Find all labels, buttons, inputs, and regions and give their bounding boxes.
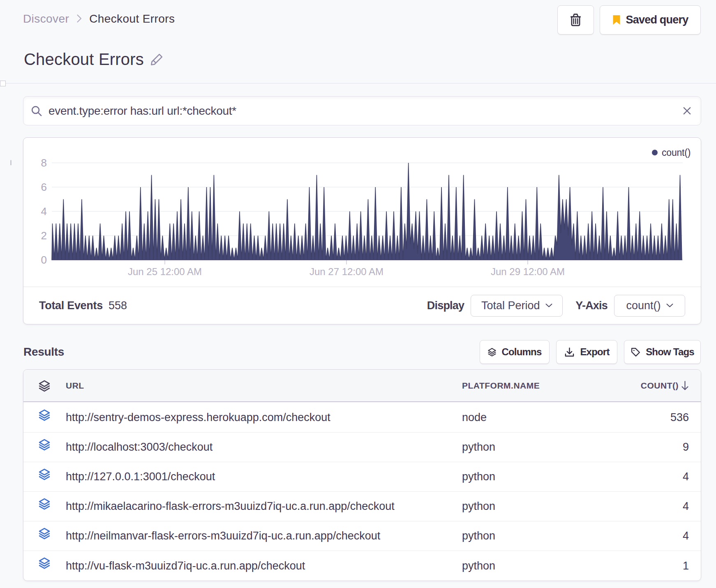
svg-text:count(): count() xyxy=(662,147,691,158)
svg-text:Jun 25 12:00 AM: Jun 25 12:00 AM xyxy=(128,266,202,277)
svg-text:6: 6 xyxy=(41,181,47,193)
svg-text:2: 2 xyxy=(41,229,47,242)
svg-text:8: 8 xyxy=(41,157,47,169)
svg-text:Jun 27 12:00 AM: Jun 27 12:00 AM xyxy=(309,266,383,277)
svg-text:Jun 29 12:00 AM: Jun 29 12:00 AM xyxy=(491,266,565,277)
svg-text:4: 4 xyxy=(41,205,47,218)
svg-text:0: 0 xyxy=(41,254,47,266)
